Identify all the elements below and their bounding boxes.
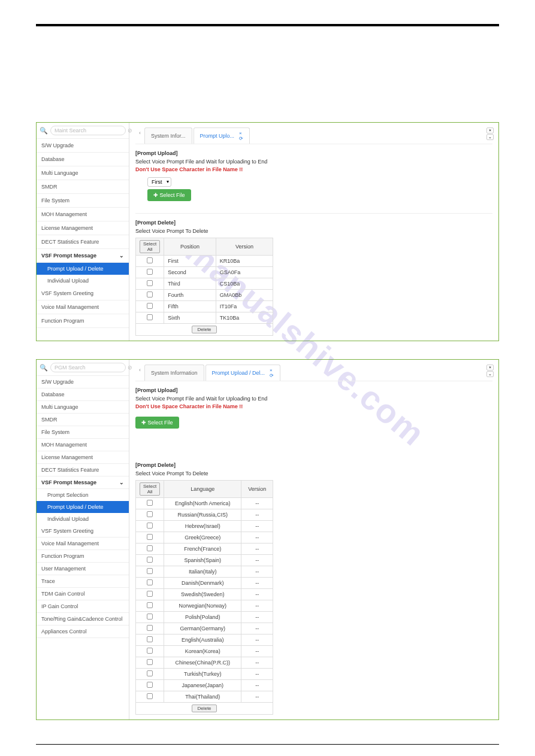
row-checkbox[interactable] (147, 579, 153, 585)
row-checkbox[interactable] (147, 648, 153, 654)
tab-close-icon[interactable]: × (270, 368, 274, 373)
expand-button[interactable]: ⌄ (486, 371, 494, 377)
row-checkbox[interactable] (147, 682, 153, 688)
cell-language: Spanish(Spain) (164, 555, 241, 566)
row-checkbox[interactable] (147, 292, 153, 297)
row-checkbox[interactable] (147, 511, 153, 517)
row-checkbox[interactable] (147, 257, 153, 263)
delete-button[interactable]: Delete (192, 705, 216, 712)
row-checkbox[interactable] (147, 568, 153, 574)
row-checkbox[interactable] (147, 659, 153, 665)
row-checkbox[interactable] (147, 280, 153, 286)
sidebar-header-vsf-prompt[interactable]: VSF Prompt Message ⌄ (37, 249, 129, 263)
tab[interactable]: Prompt Uplo...×⟳ (194, 127, 250, 144)
sidebar-item[interactable]: DECT Statistics Feature (37, 464, 129, 476)
cell-version: KR10Ba (216, 256, 273, 267)
select-all-button[interactable]: Select All (140, 240, 160, 253)
row-checkbox[interactable] (147, 523, 153, 529)
row-checkbox[interactable] (147, 614, 153, 620)
select-file-button[interactable]: Select File (135, 417, 179, 429)
row-checkbox[interactable] (147, 670, 153, 676)
sidebar-sub-item[interactable]: Prompt Upload / Delete (37, 263, 129, 275)
search-input[interactable] (50, 363, 126, 372)
cell-language: Chinese(China(P.R.C)) (164, 657, 241, 669)
sidebar-item[interactable]: Appliances Control (37, 626, 129, 638)
top-right-controls: × ⌄ (486, 365, 494, 377)
sidebar-item[interactable]: License Management (37, 451, 129, 464)
select-all-button[interactable]: Select All (140, 482, 160, 496)
sidebar-item[interactable]: MOH Management (37, 208, 129, 221)
sidebar-sub-item[interactable]: Prompt Selection (37, 489, 129, 501)
table-row: FirstKR10Ba (136, 256, 273, 267)
row-checkbox[interactable] (147, 636, 153, 642)
close-all-button[interactable]: × (486, 365, 494, 371)
tab-refresh-icon[interactable]: ⟳ (270, 373, 274, 378)
tab[interactable]: Prompt Upload / Del...×⟳ (205, 365, 281, 381)
sidebar-item[interactable]: MOH Management (37, 439, 129, 451)
sidebar-sub-item[interactable]: Individual Upload (37, 275, 129, 287)
cell-version: -- (241, 521, 273, 532)
sidebar-item[interactable]: Multi Language (37, 401, 129, 414)
sidebar-item[interactable]: Database (37, 153, 129, 166)
row-checkbox[interactable] (147, 557, 153, 563)
row-checkbox[interactable] (147, 602, 153, 608)
sidebar-header-vsf-prompt[interactable]: VSF Prompt Message ⌄ (37, 476, 129, 489)
sidebar-item[interactable]: TDM Gain Control (37, 588, 129, 600)
sidebar-item[interactable]: SMDR (37, 414, 129, 426)
cell-version: IT10Fa (216, 301, 273, 312)
cell-version: -- (241, 634, 273, 646)
sidebar-item[interactable]: Function Program (37, 314, 129, 328)
delete-button[interactable]: Delete (192, 326, 216, 333)
sidebar-sub-item[interactable]: Prompt Upload / Delete (37, 501, 129, 513)
sidebar-item[interactable]: File System (37, 426, 129, 439)
row-checkbox[interactable] (147, 303, 153, 309)
table-row: Norwegian(Norway)-- (136, 600, 273, 612)
expand-button[interactable]: ⌄ (486, 134, 494, 140)
chevron-down-icon: ⌄ (119, 479, 124, 485)
tab-nav-left[interactable]: ‹ (135, 365, 144, 381)
row-checkbox[interactable] (147, 693, 153, 699)
sidebar-item[interactable]: S/W Upgrade (37, 139, 129, 153)
cell-language: French(France) (164, 544, 241, 555)
cell-version: -- (241, 509, 273, 521)
sidebar-item[interactable]: IP Gain Control (37, 600, 129, 613)
table-row: SecondGSA0Fa (136, 267, 273, 278)
sidebar-item[interactable]: Database (37, 388, 129, 401)
sidebar-item[interactable]: S/W Upgrade (37, 376, 129, 388)
sidebar-item[interactable]: User Management (37, 563, 129, 575)
row-checkbox[interactable] (147, 269, 153, 275)
close-all-button[interactable]: × (486, 127, 494, 133)
sidebar-item[interactable]: Voice Mail Management (37, 538, 129, 550)
row-checkbox[interactable] (147, 314, 153, 320)
sidebar-item[interactable]: VSF System Greeting (37, 287, 129, 300)
row-checkbox[interactable] (147, 534, 153, 540)
sidebar-item[interactable]: Voice Mail Management (37, 300, 129, 314)
tab-nav-left[interactable]: ‹ (135, 127, 144, 144)
row-checkbox[interactable] (147, 500, 153, 506)
sidebar-item[interactable]: Tone/Ring Gain&Cadence Control (37, 613, 129, 626)
tab[interactable]: System Information (144, 365, 204, 381)
cell-version: GMA0Bb (216, 290, 273, 301)
tab[interactable]: System Infor... (144, 127, 192, 144)
sidebar-item[interactable]: File System (37, 194, 129, 208)
sidebar-item[interactable]: Trace (37, 575, 129, 588)
tab-refresh-icon[interactable]: ⟳ (239, 136, 243, 141)
sidebar-item[interactable]: License Management (37, 221, 129, 235)
search-input[interactable] (50, 126, 126, 135)
sidebar-item[interactable]: Multi Language (37, 166, 129, 180)
row-checkbox[interactable] (147, 591, 153, 597)
sidebar-item[interactable]: DECT Statistics Feature (37, 235, 129, 249)
sidebar-item[interactable]: SMDR (37, 180, 129, 194)
table-row: German(Germany)-- (136, 623, 273, 634)
cell-version: -- (241, 646, 273, 657)
row-checkbox[interactable] (147, 545, 153, 551)
sidebar-sub-item[interactable]: Individual Upload (37, 513, 129, 525)
tab-close-icon[interactable]: × (239, 130, 243, 136)
sidebar-item[interactable]: Function Program (37, 550, 129, 563)
position-dropdown[interactable]: First (147, 177, 171, 187)
screenshot-1: 🔍 ⊘ S/W UpgradeDatabaseMulti LanguageSMD… (36, 122, 499, 341)
select-file-button[interactable]: Select File (147, 189, 191, 201)
cell-version: -- (241, 600, 273, 612)
sidebar-item[interactable]: VSF System Greeting (37, 525, 129, 538)
row-checkbox[interactable] (147, 625, 153, 631)
